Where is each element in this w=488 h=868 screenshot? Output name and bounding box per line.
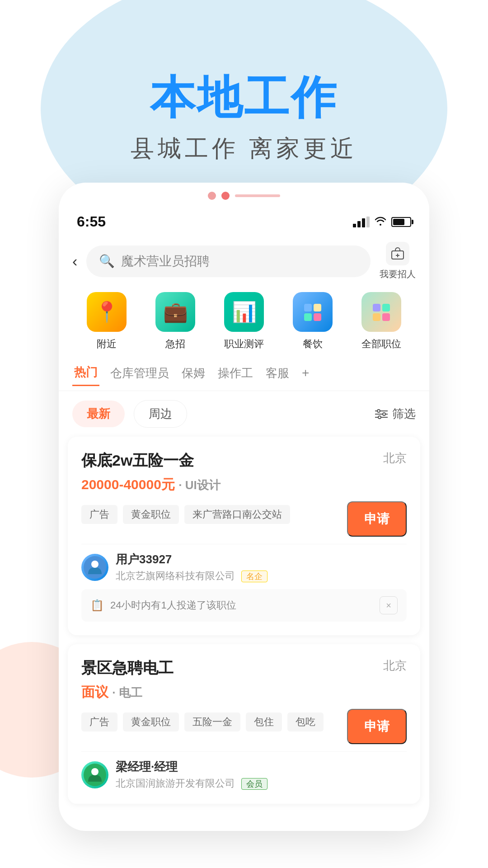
svg-rect-3	[304, 304, 312, 311]
job-2-tag-0: 广告	[81, 712, 117, 731]
hire-icon	[386, 242, 409, 265]
job-1-company: 北京艺旗网络科技有限公司 名企	[116, 569, 407, 583]
job-2-tag-1: 黄金职位	[123, 712, 179, 731]
back-button[interactable]: ‹	[72, 252, 77, 270]
notice-close-button[interactable]: ×	[380, 596, 398, 614]
job-card-1-header: 保底2w五险一金 北京	[81, 450, 407, 471]
tag-operator[interactable]: 操作工	[216, 361, 255, 386]
filter-options[interactable]: 筛选	[375, 406, 416, 422]
status-icons	[353, 215, 411, 229]
page-wrapper: 本地工作 县城工作 离家更近 6:55	[0, 0, 488, 868]
cat-all[interactable]: 全部职位	[361, 292, 401, 351]
dot-1	[208, 192, 216, 200]
job-2-tag-3: 包住	[246, 712, 282, 731]
cat-food[interactable]: 餐饮	[293, 292, 333, 351]
signal-icon	[353, 217, 370, 227]
filter-nearby[interactable]: 周边	[134, 400, 187, 428]
filter-row: 最新 周边 筛选	[59, 391, 429, 437]
job-1-tags-row: 广告 黄金职位 来广营路口南公交站 申请	[81, 501, 407, 537]
cat-nearby-label: 附近	[97, 337, 117, 351]
cat-career[interactable]: 📊 职业测评	[224, 292, 264, 351]
svg-rect-7	[373, 304, 380, 311]
quick-categories: 📍 附近 💼 急招 📊 职业测评	[59, 288, 429, 360]
job-2-recruiter-name: 梁经理·经理	[116, 759, 407, 775]
tag-nanny[interactable]: 保姆	[180, 361, 207, 386]
job-1-title: 保底2w五险一金	[81, 450, 194, 471]
job-2-salary: 面议 · 电工	[81, 683, 407, 702]
job-2-title: 景区急聘电工	[81, 658, 174, 679]
cat-career-icon: 📊	[224, 292, 264, 332]
job-1-tag-0: 广告	[81, 505, 117, 524]
job-2-avatar	[81, 761, 108, 788]
svg-rect-4	[314, 304, 321, 311]
job-1-tags: 广告 黄金职位 来广营路口南公交站	[81, 505, 290, 524]
app-subtitle: 县城工作 离家更近	[0, 133, 488, 165]
cat-food-icon	[293, 292, 333, 332]
status-bar: 6:55	[59, 204, 429, 235]
job-1-location: 北京	[383, 450, 407, 466]
job-1-avatar	[81, 554, 108, 581]
svg-rect-8	[382, 304, 390, 311]
signal-bar-2	[357, 221, 361, 227]
cat-all-label: 全部职位	[361, 337, 401, 351]
svg-rect-10	[382, 313, 390, 321]
svg-point-16	[378, 416, 381, 419]
tag-hot[interactable]: 热门	[72, 360, 99, 386]
svg-point-15	[383, 413, 385, 415]
job-2-tags-row: 广告 黄金职位 五险一金 包住 包吃 申请	[81, 709, 407, 744]
svg-point-18	[91, 561, 99, 568]
status-time: 6:55	[77, 213, 106, 230]
notice-icon: 📋	[90, 599, 104, 612]
dot-line	[235, 194, 280, 197]
battery-icon	[391, 217, 411, 227]
job-1-apply-button[interactable]: 申请	[347, 501, 407, 537]
job-card-2[interactable]: 景区急聘电工 北京 面议 · 电工 广告 黄金职位 五险一金 包住 包吃 申请	[68, 644, 420, 804]
signal-bar-3	[362, 218, 365, 227]
job-2-company: 北京国润旅游开发有限公司 会员	[116, 777, 407, 790]
job-card-1[interactable]: 保底2w五险一金 北京 20000-40000元 · UI设计 广告 黄金职位 …	[68, 437, 420, 635]
cat-food-label: 餐饮	[303, 337, 323, 351]
filter-label: 筛选	[392, 406, 416, 422]
job-2-company-badge: 会员	[241, 778, 267, 790]
search-text: 魔术营业员招聘	[121, 253, 210, 270]
cat-nearby[interactable]: 📍 附近	[87, 292, 127, 351]
cat-urgent-icon: 💼	[155, 292, 195, 332]
search-icon: 🔍	[99, 254, 115, 269]
filter-latest[interactable]: 最新	[72, 401, 125, 427]
job-1-tag-1: 黄金职位	[123, 505, 179, 524]
tag-customer[interactable]: 客服	[264, 361, 291, 386]
hire-label: 我要招人	[380, 268, 416, 280]
app-title: 本地工作	[0, 72, 488, 122]
cat-urgent[interactable]: 💼 急招	[155, 292, 195, 351]
job-card-2-header: 景区急聘电工 北京	[81, 658, 407, 679]
cat-all-icon	[361, 292, 401, 332]
job-2-tag-2: 五险一金	[184, 712, 240, 731]
dot-active	[221, 192, 230, 200]
job-1-company-badge: 名企	[241, 571, 267, 582]
job-2-apply-button[interactable]: 申请	[347, 709, 407, 744]
job-1-recruiter: 用户33927 北京艺旗网络科技有限公司 名企	[81, 544, 407, 583]
job-2-recruiter-info: 梁经理·经理 北京国润旅游开发有限公司 会员	[116, 759, 407, 790]
search-bar-row: ‹ 🔍 魔术营业员招聘 我要招人	[59, 235, 429, 288]
svg-rect-6	[314, 313, 321, 321]
job-1-recruiter-info: 用户33927 北京艺旗网络科技有限公司 名企	[116, 552, 407, 583]
cat-urgent-label: 急招	[165, 337, 185, 351]
job-2-tag-4: 包吃	[287, 712, 324, 731]
svg-point-20	[91, 768, 99, 775]
svg-rect-9	[373, 313, 380, 321]
hire-button[interactable]: 我要招人	[380, 242, 416, 280]
job-2-recruiter: 梁经理·经理 北京国润旅游开发有限公司 会员	[81, 751, 407, 790]
job-1-salary: 20000-40000元 · UI设计	[81, 476, 407, 494]
tags-row: 热门 仓库管理员 保姆 操作工 客服 +	[59, 360, 429, 391]
job-2-tags: 广告 黄金职位 五险一金 包住 包吃	[81, 712, 324, 731]
tag-warehouse[interactable]: 仓库管理员	[108, 361, 171, 386]
battery-fill	[393, 219, 404, 225]
job-2-location: 北京	[383, 658, 407, 674]
job-1-notice: 📋 24小时内有1人投递了该职位 ×	[81, 589, 407, 622]
search-input-wrapper[interactable]: 🔍 魔术营业员招聘	[86, 245, 371, 277]
tags-more-button[interactable]: +	[302, 366, 309, 380]
cat-career-label: 职业测评	[224, 337, 264, 351]
signal-bar-1	[353, 224, 356, 227]
dots-indicator	[59, 183, 429, 204]
cat-nearby-icon: 📍	[87, 292, 127, 332]
